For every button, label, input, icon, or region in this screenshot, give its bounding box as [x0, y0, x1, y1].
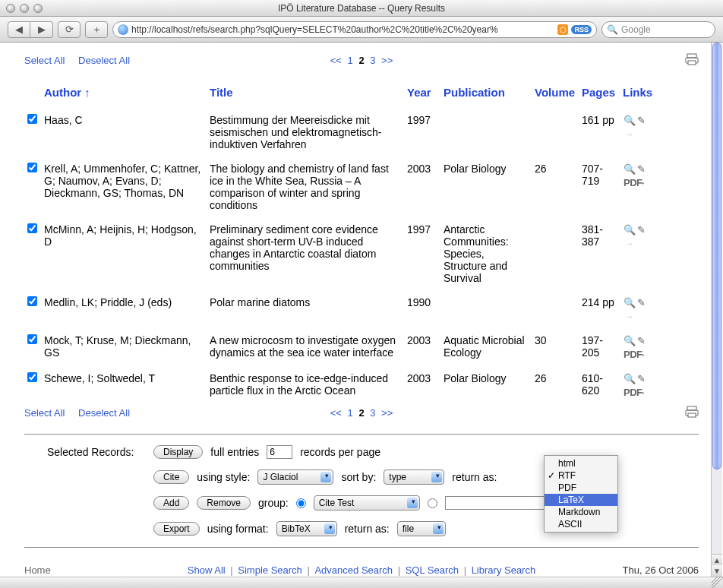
pager-prev-b[interactable]: <<	[330, 407, 342, 419]
edit-icon[interactable]: ✎	[636, 373, 646, 384]
link-out-icon: →	[624, 238, 634, 249]
group-label: group:	[258, 497, 289, 509]
details-icon[interactable]: 🔍	[624, 115, 634, 126]
col-author[interactable]: Author ↑	[41, 81, 207, 109]
dropdown-item[interactable]: LaTeX	[545, 494, 617, 506]
col-pages[interactable]: Pages	[579, 81, 620, 109]
sort-select[interactable]: type	[384, 469, 444, 485]
link-out-icon: →	[624, 128, 634, 140]
select-all-link[interactable]: Select All	[24, 55, 65, 66]
scroll-down-arrow[interactable]: ▼	[712, 565, 722, 577]
edit-icon[interactable]: ✎	[636, 163, 646, 175]
row-checkbox[interactable]	[27, 163, 37, 172]
remove-button[interactable]: Remove	[197, 496, 251, 510]
edit-icon[interactable]: ✎	[636, 224, 646, 236]
row-checkbox[interactable]	[27, 372, 37, 382]
scrollbar[interactable]: ▲ ▼	[711, 43, 722, 577]
using-format-label: using format:	[207, 523, 269, 535]
cite-button[interactable]: Cite	[153, 470, 189, 484]
edit-icon[interactable]: ✎	[636, 297, 646, 308]
link-out-icon[interactable]: →	[636, 387, 646, 398]
group-existing-radio[interactable]	[296, 498, 306, 508]
col-links[interactable]: Links	[620, 81, 699, 109]
link-out-icon[interactable]: →	[636, 177, 646, 188]
resize-handle[interactable]	[712, 577, 723, 588]
link-out-icon[interactable]: →	[636, 349, 646, 360]
row-checkbox[interactable]	[27, 223, 37, 233]
scroll-up-arrow[interactable]: ▲	[712, 554, 722, 565]
dropdown-item[interactable]: Markdown	[545, 506, 617, 518]
group-new-input[interactable]	[445, 496, 559, 510]
cell-author: Krell, A; Ummenhofer, C; Kattner, G; Nau…	[41, 158, 207, 219]
dropdown-item[interactable]: ASCII	[545, 518, 617, 530]
format-select[interactable]: BibTeX	[276, 521, 337, 536]
cell-year: 1997	[404, 219, 440, 292]
pager-prev[interactable]: <<	[330, 55, 342, 66]
feed-icon[interactable]: ◌	[557, 24, 568, 35]
style-select[interactable]: J Glaciol	[257, 469, 333, 485]
col-year[interactable]: Year	[404, 81, 440, 109]
pager-page-2: 2	[358, 55, 364, 66]
close-window-button[interactable]	[6, 4, 15, 13]
details-icon[interactable]: 🔍	[624, 335, 634, 346]
cell-year: 2003	[404, 158, 440, 219]
group-select[interactable]: Cite Test	[314, 495, 420, 511]
details-icon[interactable]: 🔍	[624, 297, 634, 308]
edit-icon[interactable]: ✎	[636, 335, 646, 346]
edit-icon[interactable]: ✎	[636, 115, 646, 126]
footer-link[interactable]: Advanced Search	[314, 564, 393, 576]
records-per-page-input[interactable]	[267, 445, 292, 459]
back-button[interactable]: ◀	[8, 21, 30, 38]
footer-link[interactable]: Simple Search	[238, 564, 302, 576]
reload-button[interactable]: ⟳	[58, 21, 81, 38]
export-button[interactable]: Export	[153, 522, 200, 536]
row-checkbox[interactable]	[27, 296, 37, 306]
dropdown-item[interactable]: PDF	[545, 482, 617, 494]
select-all-link-bottom[interactable]: Select All	[24, 407, 65, 419]
rss-badge[interactable]: RSS	[571, 25, 592, 34]
pager-page-1[interactable]: 1	[348, 55, 353, 66]
pager-page-1-b[interactable]: 1	[348, 407, 353, 419]
group-new-radio[interactable]	[428, 498, 437, 508]
add-button[interactable]: Add	[153, 496, 189, 510]
deselect-all-link-bottom[interactable]: Deselect All	[78, 407, 130, 419]
details-icon[interactable]: 🔍	[624, 373, 634, 384]
row-checkbox[interactable]	[27, 334, 37, 344]
return-select[interactable]: file	[397, 521, 446, 536]
col-volume[interactable]: Volume	[532, 81, 579, 109]
cell-year: 2003	[404, 368, 440, 406]
minimize-window-button[interactable]	[20, 4, 29, 13]
search-field[interactable]: 🔍 Google	[601, 21, 715, 38]
footer-link[interactable]: Library Search	[472, 564, 536, 576]
details-icon[interactable]: 🔍	[624, 163, 634, 175]
details-icon[interactable]: 🔍	[624, 224, 634, 236]
pager-page-3-b[interactable]: 3	[370, 407, 375, 419]
print-icon[interactable]	[685, 53, 699, 68]
col-publication[interactable]: Publication	[440, 81, 532, 109]
pdf-icon[interactable]: PDF	[624, 387, 634, 398]
cell-pages: 610-620	[579, 368, 620, 406]
url-bar[interactable]: http://localhost/refs/search.php?sqlQuer…	[112, 21, 597, 38]
forward-button[interactable]: ▶	[30, 21, 53, 38]
pdf-icon[interactable]: PDF	[624, 349, 634, 360]
footer-link[interactable]: Show All	[188, 564, 226, 576]
pager-next-b[interactable]: >>	[381, 407, 393, 419]
pager-next[interactable]: >>	[381, 55, 393, 66]
return-as-dropdown[interactable]: htmlRTFPDFLaTeXMarkdownASCII	[544, 455, 618, 533]
zoom-window-button[interactable]	[33, 4, 43, 13]
pager-page-3[interactable]: 3	[370, 55, 375, 66]
results-table: Author ↑ Title Year Publication Volume P…	[24, 81, 699, 406]
scrollbar-thumb[interactable]	[712, 43, 721, 469]
cell-links: 🔍✎PDF→	[620, 368, 699, 406]
pdf-icon[interactable]: PDF	[624, 177, 634, 188]
dropdown-item[interactable]: RTF	[545, 469, 617, 482]
svg-rect-2	[688, 61, 696, 65]
display-button[interactable]: Display	[153, 445, 203, 459]
deselect-all-link[interactable]: Deselect All	[78, 55, 130, 66]
print-icon-bottom[interactable]	[685, 406, 699, 420]
add-bookmark-button[interactable]: ＋	[85, 21, 108, 38]
dropdown-item[interactable]: html	[545, 457, 617, 469]
row-checkbox[interactable]	[27, 114, 37, 124]
footer-link[interactable]: SQL Search	[406, 564, 459, 576]
col-title[interactable]: Title	[207, 81, 404, 109]
